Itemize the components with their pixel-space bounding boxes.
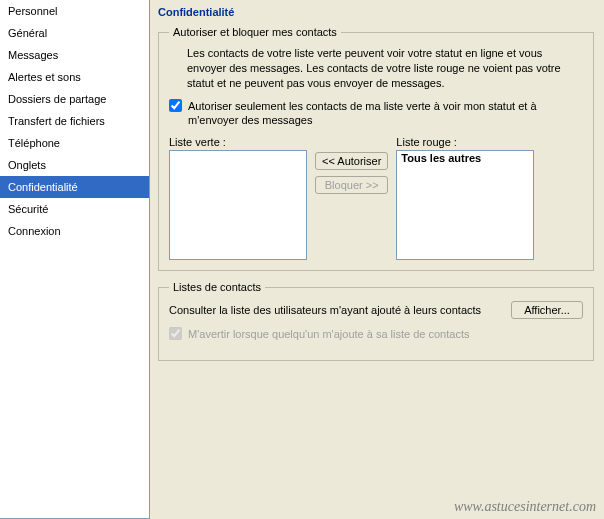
- sidebar-item-telephone[interactable]: Téléphone: [0, 132, 149, 154]
- red-list-item[interactable]: Tous les autres: [397, 151, 533, 165]
- red-list-label: Liste rouge :: [396, 136, 534, 148]
- checkbox-green-only[interactable]: [169, 99, 182, 112]
- checkbox-notify-label: M'avertir lorsque quelqu'un m'ajoute à s…: [188, 327, 469, 342]
- allow-block-description: Les contacts de votre liste verte peuven…: [187, 46, 583, 91]
- sidebar-item-dossiers[interactable]: Dossiers de partage: [0, 88, 149, 110]
- settings-sidebar: Personnel Général Messages Alertes et so…: [0, 0, 150, 519]
- green-listbox[interactable]: [169, 150, 307, 260]
- sidebar-item-connexion[interactable]: Connexion: [0, 220, 149, 242]
- sidebar-item-messages[interactable]: Messages: [0, 44, 149, 66]
- authorize-button[interactable]: << Autoriser: [315, 152, 388, 170]
- sidebar-item-alertes[interactable]: Alertes et sons: [0, 66, 149, 88]
- group-allow-legend: Autoriser et bloquer mes contacts: [169, 26, 341, 38]
- group-allow-block: Autoriser et bloquer mes contacts Les co…: [158, 26, 594, 271]
- red-listbox[interactable]: Tous les autres: [396, 150, 534, 260]
- view-button[interactable]: Afficher...: [511, 301, 583, 319]
- sidebar-item-general[interactable]: Général: [0, 22, 149, 44]
- group-contact-lists: Listes de contacts Consulter la liste de…: [158, 281, 594, 361]
- checkbox-notify-added: [169, 327, 182, 340]
- page-title: Confidentialité: [158, 6, 594, 18]
- sidebar-item-securite[interactable]: Sécurité: [0, 198, 149, 220]
- group-contacts-legend: Listes de contacts: [169, 281, 265, 293]
- green-list-label: Liste verte :: [169, 136, 307, 148]
- sidebar-item-personnel[interactable]: Personnel: [0, 0, 149, 22]
- sidebar-item-transfert[interactable]: Transfert de fichiers: [0, 110, 149, 132]
- checkbox-green-only-label: Autoriser seulement les contacts de ma l…: [188, 99, 583, 129]
- main-panel: Confidentialité Autoriser et bloquer mes…: [150, 0, 604, 519]
- sidebar-item-onglets[interactable]: Onglets: [0, 154, 149, 176]
- block-button: Bloquer >>: [315, 176, 388, 194]
- sidebar-item-confidentialite[interactable]: Confidentialité: [0, 176, 149, 198]
- consult-text: Consulter la liste des utilisateurs m'ay…: [169, 304, 481, 316]
